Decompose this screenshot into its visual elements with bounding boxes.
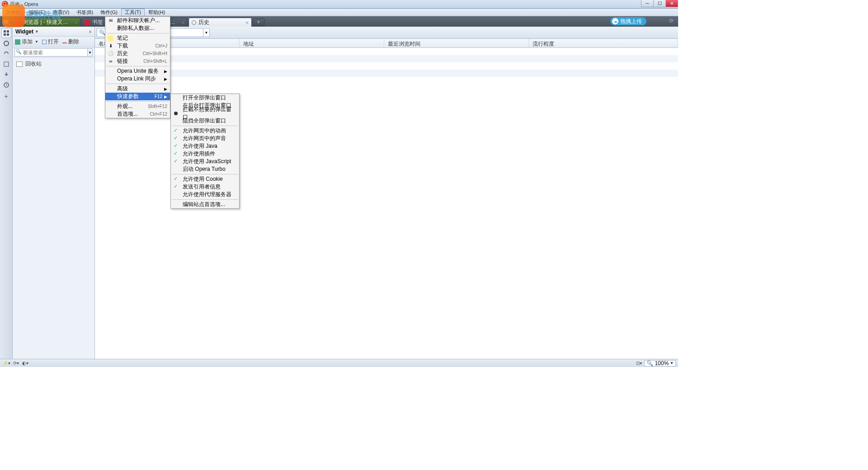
svg-rect-5 (4, 62, 9, 66)
widget-search-box (14, 48, 88, 56)
check-icon (174, 184, 179, 190)
widget-search-input[interactable] (14, 48, 88, 56)
menu-send-referrer[interactable]: 发送引用者信息 (171, 183, 239, 191)
menu-delete-private[interactable]: 删除私人数据... (105, 24, 170, 32)
check-icon (174, 159, 179, 164)
widget-close-button[interactable]: × (89, 29, 92, 34)
rail-widgets-button[interactable] (1, 38, 11, 48)
rail-links-button[interactable] (1, 49, 11, 59)
rail-panels-button[interactable] (1, 28, 11, 38)
menu-edit[interactable]: 编辑(E) (25, 9, 49, 16)
rail-notes-button[interactable] (1, 59, 11, 69)
sb-unite-button[interactable]: ◐▾ (21, 360, 29, 367)
menu-separator (106, 66, 169, 66)
dropdown-arrow-icon: ▼ (35, 29, 39, 34)
menu-mail-accounts[interactable]: ✉邮件和聊天帐户... (105, 17, 170, 24)
delete-icon (62, 42, 67, 43)
statusbar-right: ⊡▾ 🔍 100% ▼ (635, 360, 676, 367)
menu-tools[interactable]: 工具(T) (121, 9, 145, 16)
close-button[interactable]: ✕ (665, 0, 678, 7)
rail-history-button[interactable] (1, 80, 11, 90)
menu-allow-javascript[interactable]: 允许使用 JavaScript (171, 158, 239, 165)
panel-toggle-button[interactable] (1, 17, 10, 26)
menu-links[interactable]: ∞链接Ctrl+Shift+L (105, 57, 170, 65)
widget-delete-button[interactable]: 删除 (62, 38, 79, 46)
clock-icon: 🕓 (108, 51, 114, 57)
download-icon (3, 71, 9, 78)
menu-advanced[interactable]: 高级▶ (105, 85, 170, 93)
menu-block-all-popups[interactable]: 阻挡全部弹出窗口 (171, 117, 239, 125)
menu-downloads[interactable]: ⬇下载Ctrl+J (105, 42, 170, 50)
svg-rect-1 (7, 30, 9, 33)
menu-separator (106, 101, 169, 102)
widget-search-dropdown[interactable]: ▼ (88, 48, 93, 56)
chevron-right-icon: ▶ (164, 94, 167, 99)
zoom-control[interactable]: 🔍 100% ▼ (644, 360, 676, 367)
rail-add-button[interactable]: + (1, 91, 11, 101)
menu-allow-proxy[interactable]: 允许使用代理服务器 (171, 191, 239, 198)
menu-file[interactable]: 文件(F) (2, 9, 25, 16)
menu-allow-java[interactable]: 允许使用 Java (171, 142, 239, 150)
menu-notes[interactable]: 笔记 (105, 34, 170, 42)
widget-recycle-item[interactable]: 回收站 (16, 60, 91, 68)
bookmark-icon (85, 20, 90, 25)
check-icon (174, 128, 179, 134)
tab-close-icon[interactable]: × (245, 20, 248, 25)
menu-allow-cookies[interactable]: 允许使用 Cookie (171, 175, 239, 183)
menu-preferences[interactable]: 首选项...Ctrl+F12 (105, 110, 170, 118)
upload-label: 拖拽上传 (620, 18, 642, 25)
new-tab-button[interactable]: + (253, 18, 264, 26)
tab-history[interactable]: 历史 × (189, 18, 252, 27)
dropdown-arrow-icon: ▼ (35, 40, 38, 44)
filter-dropdown-button[interactable]: ▼ (203, 28, 209, 37)
tab-close-icon[interactable]: × (75, 20, 77, 25)
sb-fit-button[interactable]: ⊡▾ (635, 360, 643, 367)
menu-separator (106, 33, 169, 33)
chevron-right-icon: ▶ (164, 77, 167, 81)
menu-allow-sound[interactable]: 允许网页中的声音 (171, 135, 239, 142)
widget-panel: Widget ▼ × 添加▼ 打开 删除 ▼ 回收站 (13, 27, 95, 359)
radio-icon (174, 104, 178, 108)
rail-downloads-button[interactable] (1, 70, 11, 80)
maximize-button[interactable]: ☐ (653, 0, 666, 7)
sb-sync-button[interactable]: ⟳▾ (12, 360, 20, 367)
menu-opera-turbo[interactable]: 启动 Opera Turbo (171, 165, 239, 173)
widget-header[interactable]: Widget ▼ × (13, 27, 94, 37)
menu-quick-prefs[interactable]: 快速参数F12▶ (105, 93, 170, 100)
widget-search: ▼ (13, 47, 94, 57)
menu-allow-animation[interactable]: 允许网页中的动画 (171, 127, 239, 135)
widget-add-button[interactable]: 添加▼ (15, 38, 38, 46)
menu-separator (106, 84, 169, 84)
menu-open-all-popups[interactable]: 打开全部弹出窗口 (171, 94, 239, 102)
col-popularity[interactable]: 流行程度 (529, 39, 678, 47)
menu-opera-link[interactable]: Opera Link 同步▶ (105, 75, 170, 83)
menu-widgets[interactable]: 饰件(G) (97, 9, 121, 16)
recycle-icon (16, 61, 23, 67)
sb-turbo-button[interactable]: ⚡▾ (2, 360, 10, 367)
radio-selected-icon (174, 112, 178, 115)
dropdown-arrow-icon: ▼ (670, 361, 674, 365)
menu-view[interactable]: 查看(V) (49, 9, 73, 16)
menu-allow-plugins[interactable]: 允许使用插件 (171, 150, 239, 158)
menu-separator (172, 199, 238, 200)
sync-button[interactable]: ⟳ (669, 18, 676, 25)
menu-help[interactable]: 帮助(H) (145, 9, 169, 16)
menu-block-unwanted-popups[interactable]: 拦截不想要的弹出窗口 (171, 109, 239, 117)
widget-open-button[interactable]: 打开 (42, 38, 59, 46)
minimize-button[interactable]: ─ (641, 0, 654, 7)
download-icon: ⬇ (108, 43, 114, 49)
table-row (95, 62, 678, 70)
menubar: 文件(F) 编辑(E) 查看(V) 书签(B) 饰件(G) 工具(T) 帮助(H… (0, 9, 678, 16)
tab-close-icon[interactable]: × (181, 20, 184, 25)
menu-history[interactable]: 🕓历史Ctrl+Shift+H (105, 50, 170, 57)
col-address[interactable]: 地址 (240, 39, 384, 47)
note-icon (3, 61, 9, 67)
menu-appearance[interactable]: 外观...Shift+F12 (105, 103, 170, 110)
menu-unite[interactable]: Opera Unite 服务▶ (105, 67, 170, 75)
menu-bookmarks[interactable]: 书签(B) (73, 9, 97, 16)
window-title: 历史 - Opera (10, 1, 38, 8)
col-recent[interactable]: 最近浏览时间 (384, 39, 529, 47)
upload-button[interactable]: ☁ 拖拽上传 (610, 17, 646, 25)
menu-site-prefs[interactable]: 编辑站点首选项... (171, 201, 239, 208)
tab-browser-1[interactable]: 浏览器 | - 快速又安全... × (12, 18, 80, 27)
